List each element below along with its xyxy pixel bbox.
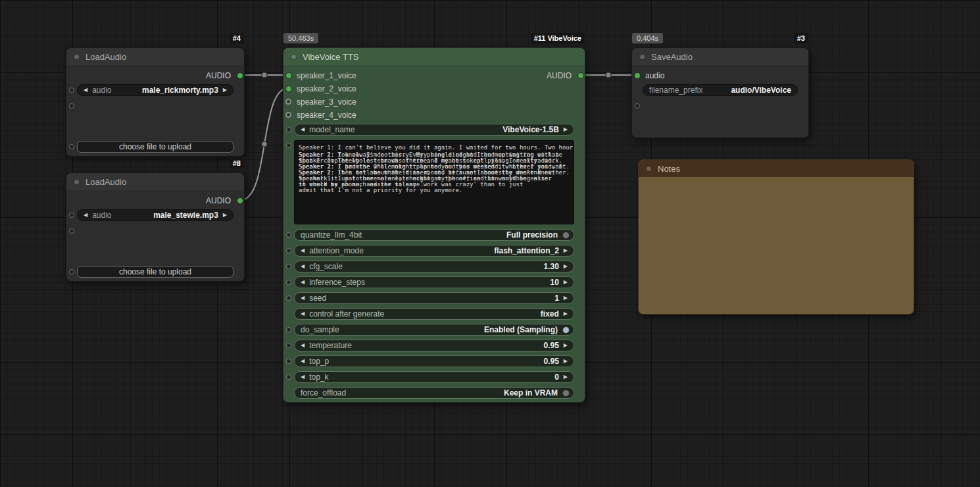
- increment-arrow-icon[interactable]: ▶: [564, 295, 568, 301]
- widget-input-slot[interactable]: [69, 88, 74, 93]
- widget-name: force_offload: [301, 388, 346, 397]
- audio-output-slot[interactable]: AUDIO: [206, 195, 244, 207]
- widget-input-slot[interactable]: [286, 374, 291, 380]
- increment-arrow-icon[interactable]: ▶: [564, 359, 568, 364]
- increment-arrow-icon[interactable]: ▶: [223, 88, 227, 93]
- widget-input-slot[interactable]: [286, 295, 291, 301]
- node-header[interactable]: VibeVoice TTS: [283, 48, 585, 65]
- decrement-arrow-icon[interactable]: ◀: [301, 280, 305, 285]
- widget-input-slot[interactable]: [286, 327, 291, 332]
- decrement-arrow-icon[interactable]: ◀: [301, 343, 305, 348]
- widget-input-slot[interactable]: [69, 228, 74, 234]
- decrement-arrow-icon[interactable]: ◀: [301, 248, 305, 253]
- decrement-arrow-icon[interactable]: ◀: [84, 88, 87, 93]
- widget-input-slot[interactable]: [286, 232, 291, 238]
- widget-model-name[interactable]: ◀ model_name VibeVoice-1.5B ▶: [294, 124, 574, 136]
- widget-input-slot[interactable]: [286, 280, 291, 285]
- widget-input-slot[interactable]: [69, 144, 74, 149]
- speaker-4-voice-input-slot[interactable]: speaker_4_voice: [283, 109, 356, 121]
- widget-input-slot[interactable]: [635, 103, 640, 109]
- widget-input-slot[interactable]: [286, 127, 291, 132]
- speaker-1-voice-input-slot[interactable]: speaker_1_voice: [283, 70, 356, 82]
- choose-file-upload-button[interactable]: choose file to upload: [77, 141, 233, 153]
- widget-inference-steps[interactable]: ◀ inference_steps 10 ▶: [294, 276, 574, 288]
- toggle-dot[interactable]: [562, 326, 570, 334]
- collapse-dot[interactable]: [639, 54, 645, 60]
- widget-name: model_name: [309, 125, 355, 134]
- node-header[interactable]: LoadAudio: [66, 48, 244, 65]
- widget-seed[interactable]: ◀ seed 1 ▶: [294, 292, 574, 304]
- collapse-dot[interactable]: [74, 179, 80, 185]
- widget-quantize-llm-4bit[interactable]: quantize_llm_4bit Full precision: [294, 229, 574, 241]
- widget-top-p[interactable]: ◀ top_p 0.95 ▶: [294, 355, 574, 367]
- widget-input-slot[interactable]: [286, 143, 291, 148]
- input-dot[interactable]: [634, 72, 641, 79]
- speaker-2-voice-input-slot[interactable]: speaker_2_voice: [283, 83, 356, 95]
- saveaudio-node[interactable]: 0.404s #3 SaveAudio audio filename_prefi…: [631, 47, 809, 138]
- input-dot[interactable]: [285, 86, 292, 92]
- loadaudio-node-8[interactable]: #8 LoadAudio AUDIO ◀ audio male_stewie.m…: [66, 172, 245, 282]
- notes-body[interactable]: [639, 177, 914, 314]
- notes-node[interactable]: Notes: [638, 159, 914, 315]
- widget-input-slot[interactable]: [286, 248, 291, 253]
- audio-input-slot[interactable]: audio: [632, 70, 664, 82]
- audio-output-slot[interactable]: AUDIO: [547, 70, 585, 82]
- audio-file-widget[interactable]: ◀ audio male_stewie.mp3 ▶: [77, 209, 233, 221]
- increment-arrow-icon[interactable]: ▶: [564, 248, 568, 253]
- decrement-arrow-icon[interactable]: ◀: [301, 359, 305, 364]
- output-dot[interactable]: [577, 72, 584, 79]
- decrement-arrow-icon[interactable]: ◀: [301, 264, 305, 269]
- decrement-arrow-icon[interactable]: ◀: [84, 213, 87, 218]
- decrement-arrow-icon[interactable]: ◀: [301, 311, 305, 317]
- widget-input-slot[interactable]: [69, 213, 74, 218]
- widget-attention-mode[interactable]: ◀ attention_mode flash_attention_2 ▶: [294, 245, 574, 257]
- collapse-dot[interactable]: [291, 54, 297, 60]
- input-dot[interactable]: [285, 112, 291, 118]
- widget-input-slot[interactable]: [69, 103, 74, 109]
- increment-arrow-icon[interactable]: ▶: [564, 127, 568, 132]
- decrement-arrow-icon[interactable]: ◀: [301, 295, 305, 301]
- speaker-3-voice-input-slot[interactable]: speaker_3_voice: [283, 96, 356, 108]
- toggle-dot[interactable]: [562, 232, 570, 239]
- widget-force-offload[interactable]: force_offload Keep in VRAM: [294, 387, 574, 399]
- output-dot[interactable]: [237, 72, 243, 79]
- loadaudio-node-4[interactable]: #4 LoadAudio AUDIO ◀ audio male_rickmort…: [66, 47, 245, 157]
- decrement-arrow-icon[interactable]: ◀: [301, 127, 305, 132]
- audio-file-widget[interactable]: ◀ audio male_rickmorty.mp3 ▶: [77, 84, 233, 96]
- script-overlap-row: Speaker 1: I had the whole night planned…: [299, 163, 570, 169]
- increment-arrow-icon[interactable]: ▶: [564, 343, 568, 348]
- widget-top-k[interactable]: ◀ top_k 0 ▶: [294, 371, 574, 383]
- output-dot[interactable]: [237, 197, 243, 204]
- collapse-dot[interactable]: [646, 166, 652, 172]
- widget-input-slot[interactable]: [69, 269, 74, 274]
- widget-input-slot[interactable]: [286, 343, 291, 348]
- widget-value: audio/VibeVoice: [731, 86, 791, 95]
- increment-arrow-icon[interactable]: ▶: [223, 213, 227, 218]
- widget-cfg-scale[interactable]: ◀ cfg_scale 1.30 ▶: [294, 261, 574, 272]
- widget-temperature[interactable]: ◀ temperature 0.95 ▶: [294, 340, 574, 351]
- decrement-arrow-icon[interactable]: ◀: [301, 374, 305, 380]
- widget-input-slot[interactable]: [286, 359, 291, 364]
- increment-arrow-icon[interactable]: ▶: [564, 311, 568, 317]
- node-graph-canvas[interactable]: { "load_audio_4": { "id": "#4", "title":…: [0, 0, 980, 487]
- node-header[interactable]: Notes: [639, 160, 914, 177]
- node-header[interactable]: SaveAudio: [632, 48, 808, 65]
- widget-do-sample[interactable]: do_sample Enabled (Sampling): [294, 324, 574, 336]
- widget-input-slot[interactable]: [286, 264, 291, 269]
- increment-arrow-icon[interactable]: ▶: [564, 264, 568, 269]
- increment-arrow-icon[interactable]: ▶: [564, 374, 568, 380]
- choose-file-upload-button[interactable]: choose file to upload: [77, 266, 233, 278]
- widget-control-after-generate[interactable]: ◀ control after generate fixed ▶: [294, 308, 574, 320]
- node-header[interactable]: LoadAudio: [66, 173, 244, 190]
- increment-arrow-icon[interactable]: ▶: [564, 280, 568, 285]
- toggle-dot[interactable]: [562, 390, 570, 397]
- collapse-dot[interactable]: [74, 54, 80, 60]
- widget-filename-prefix[interactable]: filename_prefix audio/VibeVoice: [643, 84, 798, 96]
- input-label: speaker_4_voice: [297, 111, 356, 120]
- vibevoice-tts-node[interactable]: 50.463s #11 VibeVoice VibeVoice TTS spea…: [283, 47, 585, 403]
- script-text-widget[interactable]: Speaker 1: I can't believe you did it ag…: [294, 140, 574, 224]
- node-id-badge: #3: [794, 33, 808, 43]
- input-dot[interactable]: [285, 72, 292, 79]
- audio-output-slot[interactable]: AUDIO: [206, 70, 244, 82]
- input-dot[interactable]: [285, 99, 291, 105]
